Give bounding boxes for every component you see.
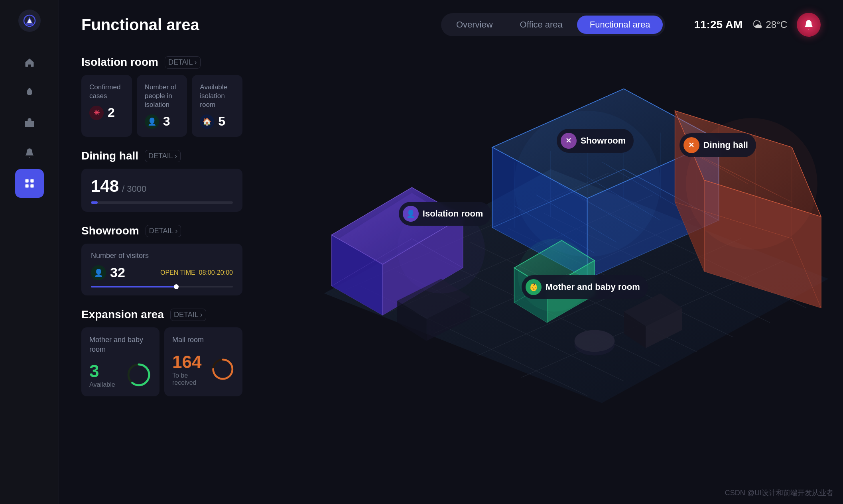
available-icon: 🏠 — [200, 114, 214, 129]
showroom-card: Number of visitors 👤 32 OPEN TIME 08:00-… — [81, 244, 242, 295]
sidebar-item-bell[interactable] — [15, 139, 44, 167]
visitor-number: 32 — [110, 265, 125, 280]
dining-progress-bar — [91, 201, 233, 204]
tab-functional-area[interactable]: Functional area — [577, 16, 663, 34]
open-time-label: OPEN TIME — [160, 269, 195, 276]
showroom-detail-arrow: › — [175, 227, 177, 235]
people-icon: 👤 — [145, 114, 159, 129]
tab-office-area[interactable]: Office area — [507, 16, 575, 34]
expansion-detail-arrow: › — [200, 311, 203, 319]
confirmed-value-row: ✳ 2 — [89, 105, 124, 120]
dining-hall-section: Dining hall DETAIL › 148 / 3000 — [81, 150, 242, 212]
time-slider[interactable] — [91, 286, 233, 287]
expansion-card-mail: Mail room 164 To be received — [164, 327, 242, 396]
svg-rect-3 — [25, 179, 28, 183]
slider-thumb — [174, 284, 179, 289]
mother-card-label: Mother and baby room — [89, 335, 152, 354]
sidebar-item-plant[interactable] — [15, 78, 44, 107]
visitors-label: Number of visitors — [91, 252, 233, 260]
visitor-count: 👤 32 — [91, 265, 125, 280]
svg-point-78 — [575, 330, 615, 352]
expansion-detail-label: DETAIL — [174, 311, 199, 319]
svg-rect-4 — [30, 179, 33, 183]
map-label-dining[interactable]: ✕ Dining hall — [680, 133, 756, 157]
mail-sublabel: To be received — [172, 372, 211, 386]
svg-rect-6 — [30, 184, 33, 187]
mail-card-label: Mail room — [172, 335, 234, 345]
sidebar — [0, 0, 59, 504]
expansion-area-section: Expansion area DETAIL › Mother and baby … — [81, 308, 242, 396]
sidebar-item-grid[interactable] — [15, 169, 44, 198]
dining-detail-label: DETAIL — [148, 152, 173, 160]
svg-rect-5 — [25, 184, 28, 187]
open-time-value: 08:00-20:00 — [199, 269, 233, 276]
available-count: 5 — [218, 114, 225, 129]
showroom-map-icon: ✕ — [561, 133, 577, 149]
isolation-detail-link[interactable]: DETAIL › — [165, 56, 201, 69]
map-label-isolation[interactable]: 👤 Isolation room — [399, 202, 491, 226]
isolation-room-section: Isolation room DETAIL › Confirmed cases … — [81, 56, 242, 137]
mother-progress-circle — [126, 362, 152, 388]
confirmed-icon: ✳ — [89, 106, 104, 120]
confirmed-count: 2 — [108, 105, 115, 120]
expansion-section-header: Expansion area DETAIL › — [81, 308, 242, 321]
isolation-title: Isolation room — [81, 56, 158, 69]
dining-title: Dining hall — [81, 150, 138, 162]
dining-progress-card: 148 / 3000 — [81, 169, 242, 212]
dining-map-text: Dining hall — [703, 140, 748, 150]
main-content: Functional area Overview Office area Fun… — [59, 0, 843, 504]
showroom-section: Showroom DETAIL › Number of visitors 👤 3… — [81, 224, 242, 295]
dining-detail-link[interactable]: DETAIL › — [145, 150, 181, 162]
mail-value: 164 — [172, 352, 211, 372]
logo — [18, 10, 41, 32]
nav — [0, 48, 59, 494]
iso-card-people: Number of people in isolation 👤 3 — [137, 75, 187, 137]
mother-sublabel: Available — [89, 381, 115, 388]
isolation-map-text: Isolation room — [423, 209, 483, 219]
time-slider-fill — [91, 286, 176, 287]
sidebar-item-tray[interactable] — [15, 108, 44, 137]
isolation-detail-arrow: › — [195, 58, 197, 67]
mail-progress-circle — [211, 356, 234, 382]
map-label-mother-baby[interactable]: 👶 Mother and baby room — [522, 275, 648, 299]
tab-overview[interactable]: Overview — [443, 16, 506, 34]
left-panel: Isolation room DETAIL › Confirmed cases … — [59, 46, 258, 504]
mother-value: 3 — [89, 361, 115, 381]
showroom-detail-label: DETAIL — [149, 227, 174, 235]
visitors-row: 👤 32 OPEN TIME 08:00-20:00 — [91, 265, 233, 280]
showroom-detail-link[interactable]: DETAIL › — [146, 225, 181, 237]
watermark: CSDN @UI设计和前端开发从业者 — [725, 488, 833, 498]
dining-section-header: Dining hall DETAIL › — [81, 150, 242, 162]
showroom-section-header: Showroom DETAIL › — [81, 224, 242, 237]
map-area: 👤 Isolation room ✕ Showroom 👶 Mother and… — [258, 46, 843, 504]
confirmed-label: Confirmed cases — [89, 83, 124, 100]
showroom-map-text: Showroom — [581, 136, 626, 146]
open-time: OPEN TIME 08:00-20:00 — [160, 269, 233, 276]
expansion-detail-link[interactable]: DETAIL › — [170, 309, 206, 321]
dining-progress-fill — [91, 201, 98, 204]
available-label: Available isolation room — [200, 83, 234, 109]
dining-count-total: / 3000 — [122, 184, 146, 194]
nav-tabs: Overview Office area Functional area — [441, 13, 666, 36]
weather-display: 🌤 28°C — [752, 19, 787, 31]
available-value-row: 🏠 5 — [200, 114, 234, 129]
people-value-row: 👤 3 — [145, 114, 179, 129]
temperature: 28°C — [766, 19, 787, 30]
expansion-card-mother: Mother and baby room 3 Available — [81, 327, 160, 396]
iso-card-confirmed: Confirmed cases ✳ 2 — [81, 75, 132, 137]
dining-map-icon: ✕ — [683, 137, 699, 153]
mother-card-body: 3 Available — [89, 361, 152, 388]
people-count: 3 — [163, 114, 170, 129]
map-label-showroom[interactable]: ✕ Showroom — [557, 129, 634, 153]
svg-rect-1 — [25, 121, 34, 127]
header: Functional area Overview Office area Fun… — [59, 0, 843, 46]
mother-map-icon: 👶 — [526, 279, 542, 295]
isolation-cards: Confirmed cases ✳ 2 Number of people in … — [81, 75, 242, 137]
notification-button[interactable] — [797, 13, 821, 37]
time-display: 11:25 AM — [694, 18, 743, 31]
iso-card-available: Available isolation room 🏠 5 — [192, 75, 242, 137]
isolation-section-header: Isolation room DETAIL › — [81, 56, 242, 69]
isolation-map-icon: 👤 — [403, 206, 419, 222]
showroom-title: Showroom — [81, 224, 139, 237]
sidebar-item-home[interactable] — [15, 48, 44, 77]
